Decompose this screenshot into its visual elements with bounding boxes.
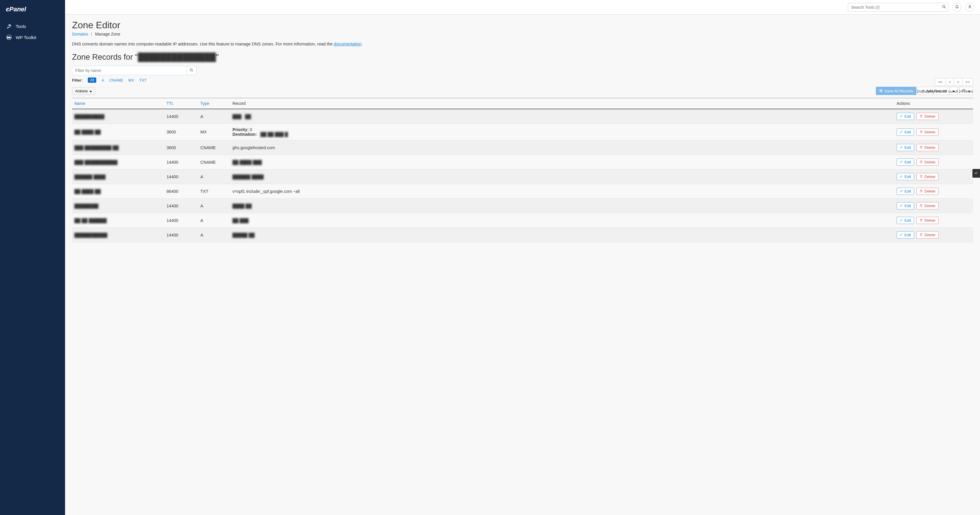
- record-type: A: [198, 109, 230, 124]
- edit-button[interactable]: Edit: [897, 231, 914, 239]
- zone-records-heading: Zone Records for "██████████████": [72, 53, 973, 62]
- pencil-icon: [900, 218, 903, 223]
- nav-tools[interactable]: Tools: [0, 21, 65, 32]
- table-row: ██████████14400A███ . ██EditDelete: [72, 109, 973, 124]
- pager-prev[interactable]: <: [946, 78, 955, 86]
- record-value: ██████ ████: [230, 170, 894, 184]
- filter-all[interactable]: All: [88, 78, 96, 83]
- breadcrumb-current: Manage Zone: [95, 32, 120, 36]
- record-value: ████ ██: [230, 199, 894, 213]
- pencil-icon: [900, 233, 903, 237]
- delete-button[interactable]: Delete: [916, 188, 939, 195]
- search-input[interactable]: [848, 3, 948, 12]
- search-icon: [942, 5, 946, 10]
- domain-name-redacted: ██████████████: [138, 53, 216, 62]
- edit-button[interactable]: Edit: [897, 158, 914, 166]
- th-record: Record: [230, 98, 894, 109]
- delete-button[interactable]: Delete: [916, 231, 939, 239]
- record-value: ██ ███: [230, 213, 894, 228]
- save-icon: [879, 89, 883, 93]
- record-value: ██ ████ ███: [230, 155, 894, 170]
- edit-button[interactable]: Edit: [897, 144, 914, 151]
- pager-last[interactable]: >>: [963, 78, 973, 86]
- th-type[interactable]: Type: [198, 98, 230, 109]
- svg-text:cPanel: cPanel: [6, 6, 27, 13]
- record-type: A: [198, 170, 230, 184]
- save-all-records-button[interactable]: Save All Records: [876, 87, 916, 95]
- th-actions: Actions: [894, 98, 973, 109]
- table-row: ███ ███████████14400CNAME██ ████ ███Edit…: [72, 155, 973, 170]
- record-type: CNAME: [198, 140, 230, 155]
- main: Zone Editor Domains / Manage Zone DNS co…: [65, 0, 980, 515]
- svg-point-5: [190, 69, 192, 71]
- bell-icon: [955, 5, 959, 10]
- th-ttl[interactable]: TTL: [164, 98, 198, 109]
- actions-dropdown[interactable]: Actions: [72, 87, 95, 95]
- record-type: A: [198, 213, 230, 228]
- breadcrumb-domains[interactable]: Domains: [72, 32, 88, 36]
- trash-icon: [920, 130, 923, 134]
- filter-txt[interactable]: TXT: [139, 78, 147, 82]
- record-name-redacted: ███ ███████████: [75, 160, 118, 165]
- svg-point-1: [6, 8, 8, 10]
- trash-icon: [920, 233, 923, 237]
- edit-button[interactable]: Edit: [897, 128, 914, 136]
- pager-next[interactable]: >: [954, 78, 963, 86]
- edit-button[interactable]: Edit: [897, 202, 914, 209]
- edit-button[interactable]: Edit: [897, 113, 914, 120]
- delete-button[interactable]: Delete: [916, 158, 939, 166]
- delete-button[interactable]: Delete: [916, 202, 939, 209]
- record-name-redacted: ██ ██ ██████: [75, 218, 107, 223]
- filter-cname[interactable]: CNAME: [110, 78, 123, 82]
- trash-icon: [920, 160, 923, 164]
- filter-input[interactable]: [72, 66, 187, 75]
- table-row: ███████████14400A█████ ██EditDelete: [72, 228, 973, 242]
- description: DNS converts domain names into computer-…: [72, 42, 973, 46]
- edit-button[interactable]: Edit: [897, 188, 914, 195]
- record-name-redacted: ██████████: [75, 114, 104, 119]
- record-name-redacted: ███ █████████ ██: [75, 145, 119, 150]
- delete-button[interactable]: Delete: [916, 113, 939, 120]
- record-name-redacted: ███████████: [75, 233, 107, 238]
- record-ttl: 14400: [164, 213, 198, 228]
- record-ttl: 86400: [164, 184, 198, 199]
- record-ttl: 14400: [164, 170, 198, 184]
- table-row: ███ █████████ ██3600CNAMEghs.googlehoste…: [72, 140, 973, 155]
- filter-search-button[interactable]: [187, 66, 197, 75]
- record-type: CNAME: [198, 155, 230, 170]
- topbar: [65, 0, 980, 14]
- delete-button[interactable]: Delete: [916, 217, 939, 224]
- pencil-icon: [900, 145, 903, 150]
- nav-wp-toolkit[interactable]: WP Toolkit: [0, 32, 65, 43]
- pager: << < > >>: [935, 78, 973, 86]
- edit-button[interactable]: Edit: [897, 217, 914, 224]
- stats-tab[interactable]: [972, 169, 980, 178]
- record-type: MX: [198, 124, 230, 140]
- trash-icon: [920, 114, 923, 119]
- record-name-redacted: ██ ████ ██: [75, 130, 100, 134]
- delete-button[interactable]: Delete: [916, 173, 939, 180]
- record-value: ███ . ██: [230, 109, 894, 124]
- delete-button[interactable]: Delete: [916, 144, 939, 151]
- svg-point-4: [969, 5, 970, 7]
- record-type: A: [198, 199, 230, 213]
- record-type: A: [198, 228, 230, 242]
- account-button[interactable]: [966, 3, 974, 12]
- documentation-link[interactable]: documentation: [334, 42, 362, 46]
- filter-a[interactable]: A: [102, 78, 104, 82]
- nav-wp-label: WP Toolkit: [16, 35, 36, 40]
- pencil-icon: [900, 130, 903, 134]
- nav-tools-label: Tools: [16, 24, 26, 29]
- trash-icon: [920, 174, 923, 179]
- edit-button[interactable]: Edit: [897, 173, 914, 180]
- record-ttl: 14400: [164, 228, 198, 242]
- th-name[interactable]: Name: [72, 98, 164, 109]
- notifications-button[interactable]: [953, 3, 961, 12]
- filter-mx[interactable]: MX: [128, 78, 134, 82]
- delete-button[interactable]: Delete: [916, 128, 939, 136]
- table-row: ██ ████ ██3600MXPriority: 0Destination: …: [72, 124, 973, 140]
- trash-icon: [920, 145, 923, 150]
- record-ttl: 3600: [164, 140, 198, 155]
- trash-icon: [920, 189, 923, 193]
- pager-first[interactable]: <<: [935, 78, 946, 86]
